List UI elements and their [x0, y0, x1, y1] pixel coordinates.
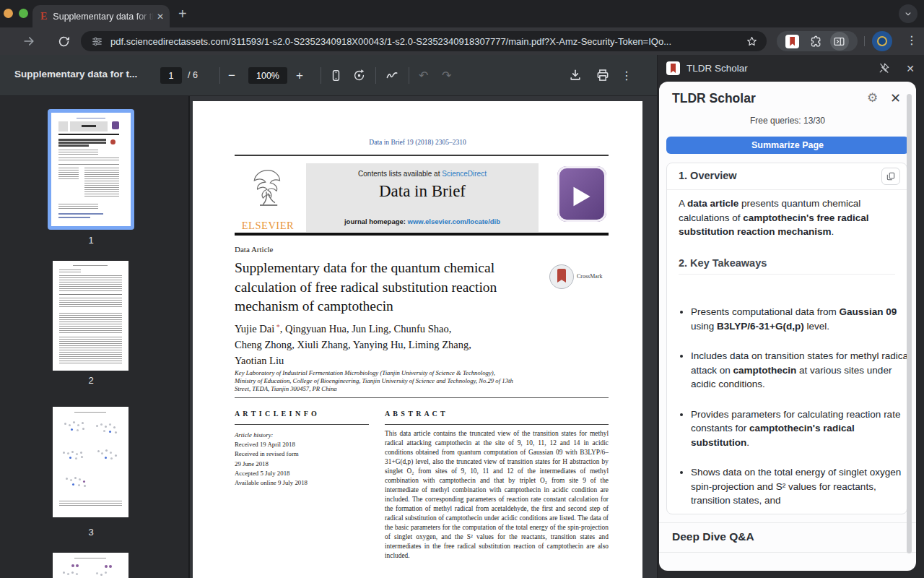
- tldr-scholar-card: TLDR Scholar ⚙ ✕ Free queries: 13/30 Sum…: [659, 82, 916, 571]
- pdf-document-title: Supplementary data for t...: [14, 69, 137, 79]
- pdf-favicon-icon: E: [40, 11, 47, 22]
- molecule-sketch: [66, 478, 68, 480]
- summarize-page-button[interactable]: Summarize Page: [666, 137, 909, 154]
- browser-menu-icon[interactable]: ⋮: [906, 35, 918, 46]
- toolbar-divider: [864, 36, 865, 46]
- overview-text: A data article presents quantum chemical…: [679, 197, 895, 239]
- divider: [679, 274, 895, 275]
- thumbnail-page-1[interactable]: [51, 113, 131, 226]
- thumbnail-label: 1: [48, 235, 134, 246]
- reload-icon[interactable]: [56, 34, 71, 48]
- tab-title: Supplementary data for the q: [53, 12, 154, 22]
- toolbar-separator: [375, 67, 376, 84]
- print-icon[interactable]: [595, 67, 611, 83]
- panel-card-title: TLDR Scholar: [672, 91, 756, 106]
- elsevier-wordmark: ELSEVIER: [236, 220, 300, 232]
- molecule-sketch: [97, 450, 100, 452]
- tldr-extension-icon[interactable]: [785, 35, 799, 48]
- pdf-viewport[interactable]: Data in Brief 19 (2018) 2305–2310 ELSEVI…: [190, 96, 657, 578]
- contents-line[interactable]: Contents lists available at ScienceDirec…: [306, 170, 539, 178]
- molecule-sketch: [63, 452, 65, 454]
- deep-dive-heading[interactable]: Deep Dive Q&A: [672, 530, 754, 543]
- key-takeaways-heading: 2. Key Takeaways: [679, 257, 767, 269]
- url-text: pdf.sciencedirectassets.com/311593/1-s2.…: [110, 36, 737, 47]
- pdf-menu-kebab-icon[interactable]: ⋮: [621, 67, 632, 84]
- column-rule: [385, 424, 609, 425]
- panel-scrollbar[interactable]: [907, 94, 912, 553]
- tldr-scholar-side-panel: TLDR Scholar ✕ TLDR Scholar ⚙ ✕ Free que…: [657, 55, 924, 578]
- journal-name: Data in Brief: [306, 182, 539, 201]
- zoom-out-icon[interactable]: −: [228, 67, 235, 84]
- thumbnail-label: 3: [48, 527, 134, 538]
- extensions-pill: [777, 31, 858, 51]
- crossmark-label: CrossMark: [577, 273, 603, 280]
- extensions-puzzle-icon[interactable]: [808, 35, 821, 48]
- pdf-toolbar: Supplementary data for t... 1 / 6 − 100%…: [0, 55, 657, 96]
- journal-citation-line: Data in Brief 19 (2018) 2305–2310: [193, 139, 642, 146]
- unpin-icon[interactable]: [878, 62, 890, 74]
- abstract-header: A B S T R A C T: [385, 410, 446, 418]
- new-tab-button[interactable]: +: [178, 6, 187, 22]
- download-icon[interactable]: [567, 67, 583, 83]
- address-bar[interactable]: pdf.sciencedirectassets.com/311593/1-s2.…: [81, 31, 767, 51]
- free-queries-counter: Free queries: 13/30: [659, 116, 916, 126]
- elsevier-logo: ELSEVIER: [236, 164, 300, 232]
- redo-icon[interactable]: ↷: [442, 67, 451, 84]
- page-count: / 6: [188, 70, 198, 80]
- banner-rule: [235, 233, 609, 236]
- thumbnail-page-3[interactable]: [53, 407, 128, 517]
- tab-close-icon[interactable]: ✕: [157, 12, 164, 22]
- paper-title: Supplementary data for the quantum chemi…: [235, 259, 568, 316]
- divider: [659, 552, 916, 553]
- site-settings-icon[interactable]: [91, 35, 103, 48]
- journal-homepage-line[interactable]: journal homepage: www.elsevier.com/locat…: [306, 217, 539, 225]
- section-rule: [235, 397, 609, 398]
- side-panel-close-icon[interactable]: ✕: [906, 63, 915, 74]
- molecule-sketch: [64, 423, 66, 425]
- side-panel-toggle-icon[interactable]: [830, 32, 849, 51]
- molecule-sketch: [63, 571, 65, 574]
- tab-search-chevron-icon[interactable]: [899, 4, 918, 23]
- settings-gear-icon[interactable]: ⚙: [867, 90, 878, 105]
- zoom-in-icon[interactable]: +: [296, 67, 303, 84]
- url-toolbar: pdf.sciencedirectassets.com/311593/1-s2.…: [0, 27, 924, 55]
- article-history: Article history: Received 19 April 2018 …: [235, 431, 308, 488]
- author-list: Yujie Dai *, Qingyuan Hua, Jun Ling, Chu…: [235, 319, 471, 368]
- page-number-input[interactable]: 1: [160, 67, 182, 84]
- browser-window: E Supplementary data for the q ✕ + pdf.s…: [0, 0, 924, 578]
- toolbar-separator: [321, 67, 321, 84]
- summary-container[interactable]: 1. Overview A data article presents quan…: [666, 163, 907, 514]
- affiliation: Key Laboratory of Industrial Fermentatio…: [235, 369, 513, 394]
- column-rule: [235, 424, 369, 425]
- thumbnail-page-4[interactable]: [53, 553, 128, 578]
- forward-icon[interactable]: [22, 34, 36, 48]
- side-panel-header: TLDR Scholar ✕: [658, 55, 924, 82]
- bookmark-star-icon[interactable]: [746, 35, 758, 48]
- journal-banner: Contents lists available at ScienceDirec…: [306, 163, 539, 232]
- fit-page-icon[interactable]: [328, 67, 344, 83]
- key-takeaways-list: Presents computational data from Gaussia…: [679, 305, 907, 514]
- annotate-pen-icon[interactable]: [384, 67, 400, 83]
- browser-tab[interactable]: E Supplementary data for the q ✕: [32, 5, 170, 27]
- thumbnail-page-2[interactable]: [53, 261, 128, 371]
- abstract-text: This data article contains the truncated…: [385, 429, 609, 561]
- article-type-label: Data Article: [235, 245, 273, 254]
- panel-close-icon[interactable]: ✕: [890, 90, 901, 106]
- zoom-level[interactable]: 100%: [248, 67, 287, 84]
- article-info-header: A R T I C L E I N F O: [235, 410, 318, 418]
- takeaway-item: Provides parameters for calculating reac…: [691, 407, 907, 450]
- divider: [659, 522, 916, 523]
- traffic-light-zoom[interactable]: [19, 9, 28, 18]
- rotate-icon[interactable]: [351, 67, 367, 83]
- pdf-thumbnail-sidebar: 1 2 3: [0, 96, 189, 578]
- profile-avatar[interactable]: [872, 31, 892, 51]
- copy-button[interactable]: [881, 168, 900, 185]
- overview-heading: 1. Overview: [679, 170, 737, 181]
- traffic-light-minimize[interactable]: [4, 9, 13, 18]
- undo-icon[interactable]: ↶: [419, 67, 428, 84]
- header-rule: [235, 155, 609, 156]
- thumbnail-label: 2: [48, 375, 134, 386]
- tldr-extension-icon: [666, 61, 680, 75]
- takeaway-item: Includes data on transition states for m…: [691, 349, 907, 392]
- crossmark-badge[interactable]: [549, 264, 574, 289]
